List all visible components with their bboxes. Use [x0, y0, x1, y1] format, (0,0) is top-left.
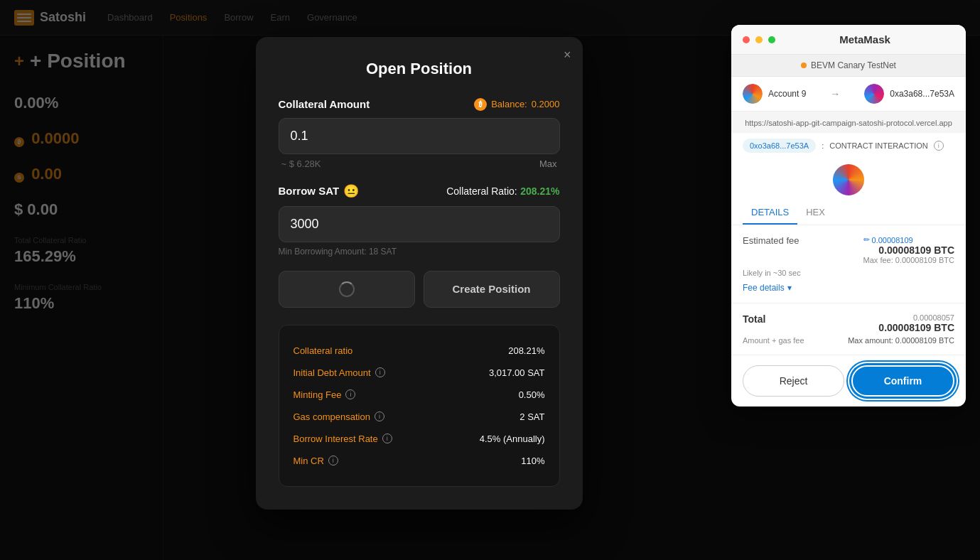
mm-tab-hex[interactable]: HEX: [797, 201, 834, 225]
contract-badge: 0xo3a68...7e53A: [743, 139, 816, 153]
mm-fee-row: Estimated fee ✏ 0.00008109 0.00008109 BT…: [743, 235, 954, 264]
create-position-button[interactable]: Create Position: [424, 271, 560, 308]
mm-arrow-icon: →: [830, 88, 840, 99]
network-name: BEVM Canary TestNet: [811, 60, 896, 70]
info-icon-debt[interactable]: i: [375, 367, 385, 377]
metamask-title: MetaMask: [775, 33, 954, 45]
metamask-url: https://satoshi-app-git-campaign-satoshi…: [731, 112, 966, 133]
max-button[interactable]: Max: [539, 158, 557, 169]
mm-fee-label: Estimated fee: [743, 235, 799, 246]
borrow-label: Borrow SAT: [279, 185, 340, 197]
mm-icon-area: [731, 158, 966, 201]
metamask-panel: MetaMask BEVM Canary TestNet Account 9 →…: [731, 25, 966, 406]
stats-value-gas: 2 SAT: [519, 411, 544, 422]
stats-label-minting: Minting Fee i: [294, 389, 356, 400]
mm-total-label: Total: [743, 313, 765, 325]
collateral-input-sub: ~ $ 6.28K Max: [279, 158, 560, 169]
contract-address: 0xo3a68...7e53A: [750, 141, 809, 150]
stats-value-mincr: 110%: [521, 456, 544, 466]
mm-fee-main: 0.00008109 BTC: [863, 244, 954, 256]
from-avatar-gradient: [743, 84, 763, 104]
stats-value-minting: 0.50%: [519, 389, 545, 400]
collateral-usd: ~ $ 6.28K: [281, 158, 321, 169]
cr-label: Collateral Ratio:: [446, 185, 517, 197]
stats-row-interest: Borrow Interest Rate i 4.5% (Annually): [294, 428, 545, 450]
mm-window-controls: [743, 36, 775, 43]
mm-total-max-display: Max amount: 0.00008109 BTC: [848, 336, 954, 345]
metamask-tabs: DETAILS HEX: [731, 201, 966, 225]
contract-label: :: [822, 141, 824, 150]
reject-button[interactable]: Reject: [743, 365, 844, 397]
from-avatar: [743, 84, 763, 104]
stats-label-debt: Initial Debt Amount i: [294, 367, 385, 378]
to-avatar-gradient: [864, 84, 884, 104]
open-position-modal: × Open Position Collateral Amount ₿ Bala…: [256, 37, 583, 510]
sat-emoji: 😐: [343, 183, 359, 199]
info-icon-mincr[interactable]: i: [328, 456, 338, 465]
mm-close-dot[interactable]: [743, 36, 750, 43]
borrow-input-box[interactable]: [279, 206, 560, 242]
metamask-network: BEVM Canary TestNet: [731, 55, 966, 77]
stats-value-debt: 3,017.00 SAT: [489, 367, 545, 378]
stats-label-cr: Collateral ratio: [294, 345, 353, 356]
contract-info-icon[interactable]: i: [934, 141, 944, 151]
collateral-field-header: Collateral Amount ₿ Balance: 0.2000: [279, 98, 560, 111]
metamask-accounts: Account 9 → 0xa3a68...7e53A: [731, 77, 966, 112]
metamask-contract: 0xo3a68...7e53A : CONTRACT INTERACTION i: [731, 133, 966, 158]
info-icon-gas[interactable]: i: [375, 411, 384, 421]
network-dot: [801, 63, 807, 68]
info-icon-interest[interactable]: i: [382, 434, 392, 443]
mm-tab-details[interactable]: DETAILS: [743, 201, 797, 225]
balance-label: Balance:: [491, 99, 527, 109]
mm-amount-gas-label: Amount + gas fee: [743, 336, 804, 345]
mm-fee-edit[interactable]: ✏ 0.00008109: [863, 235, 954, 244]
balance-value: 0.2000: [532, 99, 560, 109]
mm-total-small: 0.00008057: [878, 313, 954, 322]
stats-value-cr: 208.21%: [508, 345, 544, 356]
mm-fee-details-link[interactable]: Fee details ▾: [743, 283, 954, 293]
mm-from-account: Account 9: [743, 84, 806, 104]
metamask-total-section: Total 0.00008057 0.00008109 BTC Amount +…: [731, 303, 966, 355]
stats-label-interest: Borrow Interest Rate i: [294, 434, 392, 444]
chevron-down-icon: ▾: [787, 283, 792, 293]
collateral-input-box[interactable]: [279, 118, 560, 154]
stats-value-interest: 4.5% (Annually): [480, 434, 545, 444]
loading-button: [279, 271, 415, 308]
mm-min-dot[interactable]: [755, 36, 763, 43]
modal-close-button[interactable]: ×: [564, 48, 571, 61]
info-icon-minting[interactable]: i: [345, 389, 355, 399]
mm-url-text: https://satoshi-app-git-campaign-satoshi…: [745, 119, 952, 127]
btc-icon: ₿: [474, 98, 487, 111]
modal-buttons: Create Position: [279, 271, 560, 308]
mm-total-value: 0.00008057 0.00008109 BTC: [878, 313, 954, 333]
mm-total-row: Total 0.00008057 0.00008109 BTC: [743, 313, 954, 333]
collateral-ratio-display: Collateral Ratio: 208.21%: [446, 185, 559, 198]
borrow-input[interactable]: [291, 217, 548, 232]
mm-total-main: 0.00008109 BTC: [878, 322, 954, 333]
metamask-actions: Reject Confirm: [731, 355, 966, 406]
min-borrow-text: Min Borrowing Amount: 18 SAT: [279, 247, 560, 257]
mm-to-account: 0xa3a68...7e53A: [864, 84, 954, 104]
mm-max-dot[interactable]: [768, 36, 775, 43]
mm-main-avatar: [833, 164, 864, 195]
confirm-button[interactable]: Confirm: [851, 365, 954, 397]
to-avatar: [864, 84, 884, 104]
borrow-field-header: Borrow SAT 😐 Collateral Ratio: 208.21%: [279, 183, 560, 199]
cr-value: 208.21%: [520, 185, 559, 197]
contract-interaction-label: CONTRACT INTERACTION: [829, 141, 928, 150]
stats-row-debt: Initial Debt Amount i 3,017.00 SAT: [294, 362, 545, 384]
stats-panel: Collateral ratio 208.21% Initial Debt Am…: [279, 325, 560, 487]
stats-row-mincr: Min CR i 110%: [294, 450, 545, 472]
mm-fee-time: Likely in ~30 sec: [743, 269, 954, 277]
metamask-header: MetaMask: [731, 25, 966, 55]
collateral-input[interactable]: [291, 129, 548, 144]
mm-fee-value: ✏ 0.00008109 0.00008109 BTC Max fee: 0.0…: [863, 235, 954, 264]
stats-label-gas: Gas compensation i: [294, 411, 384, 422]
spinner-icon: [339, 281, 355, 297]
stats-label-mincr: Min CR i: [294, 456, 338, 466]
borrow-sat-label: Borrow SAT 😐: [279, 183, 360, 199]
mm-total-sub: Amount + gas fee Max amount: 0.00008109 …: [743, 336, 954, 345]
to-address: 0xa3a68...7e53A: [890, 89, 954, 99]
collateral-label: Collateral Amount: [279, 98, 370, 110]
stats-row-cr: Collateral ratio 208.21%: [294, 340, 545, 362]
